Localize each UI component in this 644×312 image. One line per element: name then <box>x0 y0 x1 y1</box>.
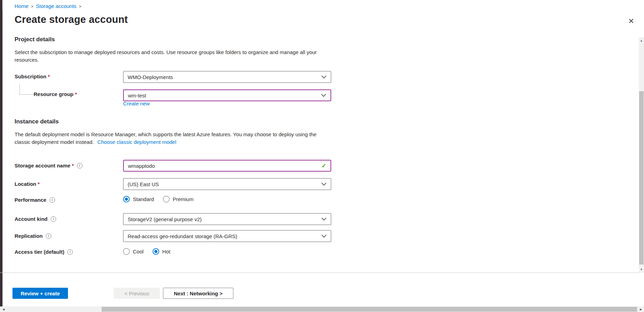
chevron-down-icon <box>321 217 327 221</box>
location-dropdown[interactable]: (US) East US <box>123 178 331 190</box>
required-asterisk: * <box>75 91 77 97</box>
resource-group-value: wm-test <box>128 93 318 98</box>
required-asterisk: * <box>38 181 40 187</box>
review-create-button[interactable]: Review + create <box>12 288 68 299</box>
radio-icon <box>123 248 130 255</box>
info-icon[interactable]: i <box>50 197 55 203</box>
instance-details-heading: Instance details <box>15 118 59 125</box>
valid-check-icon: ✓ <box>321 162 326 170</box>
access-tier-cool-radio[interactable]: Cool <box>123 248 144 255</box>
resource-group-label-text: Resource group <box>34 91 74 97</box>
scroll-down-icon[interactable]: ▼ <box>639 267 644 272</box>
breadcrumb: Home>Storage accounts> <box>15 3 84 9</box>
breadcrumb-storage-accounts-link[interactable]: Storage accounts <box>36 3 77 9</box>
radio-label: Premium <box>173 196 194 202</box>
access-tier-label: Access tier (default) i <box>15 249 73 255</box>
project-details-heading: Project details <box>15 36 55 43</box>
storage-account-name-label-text: Storage account name <box>15 163 70 168</box>
choose-classic-deployment-link[interactable]: Choose classic deployment model <box>97 139 177 145</box>
performance-label: Performance i <box>15 197 55 203</box>
create-new-link[interactable]: Create new <box>123 101 150 106</box>
scroll-right-icon[interactable]: ▶ <box>638 306 644 312</box>
replication-label-text: Replication <box>15 233 43 239</box>
required-asterisk: * <box>48 73 50 79</box>
panel-edge-line <box>2 10 3 312</box>
account-kind-value: StorageV2 (general purpose v2) <box>128 216 318 222</box>
radio-icon <box>123 196 130 202</box>
previous-button[interactable]: < Previous <box>114 288 160 299</box>
performance-premium-radio[interactable]: Premium <box>163 196 194 202</box>
access-tier-hot-radio[interactable]: Hot <box>153 248 170 255</box>
instance-details-description: The default deployment model is Resource… <box>15 131 333 146</box>
radio-label: Hot <box>162 249 170 254</box>
subscription-label-text: Subscription <box>15 73 46 79</box>
chevron-down-icon <box>321 182 327 186</box>
required-asterisk: * <box>72 163 74 168</box>
page-title: Create storage account <box>15 14 128 25</box>
chevron-down-icon <box>321 75 327 79</box>
replication-dropdown[interactable]: Read-access geo-redundant storage (RA-GR… <box>123 230 331 242</box>
performance-standard-radio[interactable]: Standard <box>123 196 154 202</box>
storage-account-name-input[interactable]: wmapptodo ✓ <box>123 160 331 172</box>
scroll-left-icon[interactable]: ◀ <box>1 306 6 312</box>
access-tier-label-text: Access tier (default) <box>15 249 64 255</box>
account-kind-dropdown[interactable]: StorageV2 (general purpose v2) <box>123 213 331 225</box>
info-icon[interactable]: i <box>67 249 73 255</box>
radio-label: Cool <box>133 249 144 254</box>
info-icon[interactable]: i <box>51 216 56 222</box>
storage-account-name-value: wmapptodo <box>128 163 319 169</box>
performance-radio-group: Standard Premium <box>123 196 194 202</box>
subscription-dropdown[interactable]: WMO-Deployments <box>123 71 331 83</box>
vertical-scrollbar-thumb[interactable] <box>639 91 644 265</box>
location-label: Location * <box>15 181 40 187</box>
breadcrumb-home-link[interactable]: Home <box>15 3 28 9</box>
left-edge-strip <box>0 0 2 312</box>
subscription-label: Subscription * <box>15 73 50 79</box>
info-icon[interactable]: i <box>77 163 83 168</box>
performance-label-text: Performance <box>15 197 46 203</box>
chevron-down-icon <box>321 94 326 97</box>
location-label-text: Location <box>15 181 36 187</box>
radio-icon <box>153 248 159 255</box>
replication-label: Replication i <box>15 233 51 239</box>
horizontal-scrollbar[interactable]: ◀ ▶ <box>0 306 644 312</box>
vertical-scrollbar[interactable]: ▲ ▼ <box>639 37 644 273</box>
info-icon[interactable]: i <box>46 233 51 239</box>
chevron-down-icon <box>321 234 327 238</box>
horizontal-scrollbar-thumb[interactable] <box>102 307 637 312</box>
radio-icon <box>163 196 170 202</box>
footer-divider <box>0 272 639 273</box>
project-details-description: Select the subscription to manage deploy… <box>15 49 333 64</box>
resource-group-dropdown[interactable]: wm-test <box>123 89 331 101</box>
scroll-up-icon[interactable]: ▲ <box>639 38 644 43</box>
storage-account-name-label: Storage account name * i <box>15 163 83 168</box>
resource-group-connector-line <box>19 84 34 95</box>
close-icon[interactable]: ✕ <box>626 16 636 26</box>
location-value: (US) East US <box>128 181 318 187</box>
radio-label: Standard <box>133 196 154 202</box>
account-kind-label: Account kind i <box>15 216 56 222</box>
resource-group-label: Resource group * <box>34 91 77 97</box>
account-kind-label-text: Account kind <box>15 216 48 222</box>
subscription-value: WMO-Deployments <box>128 74 318 80</box>
breadcrumb-separator: > <box>31 4 34 9</box>
breadcrumb-separator: > <box>79 4 81 9</box>
next-networking-button[interactable]: Next : Networking > <box>163 288 233 299</box>
access-tier-radio-group: Cool Hot <box>123 248 170 255</box>
replication-value: Read-access geo-redundant storage (RA-GR… <box>128 233 318 239</box>
